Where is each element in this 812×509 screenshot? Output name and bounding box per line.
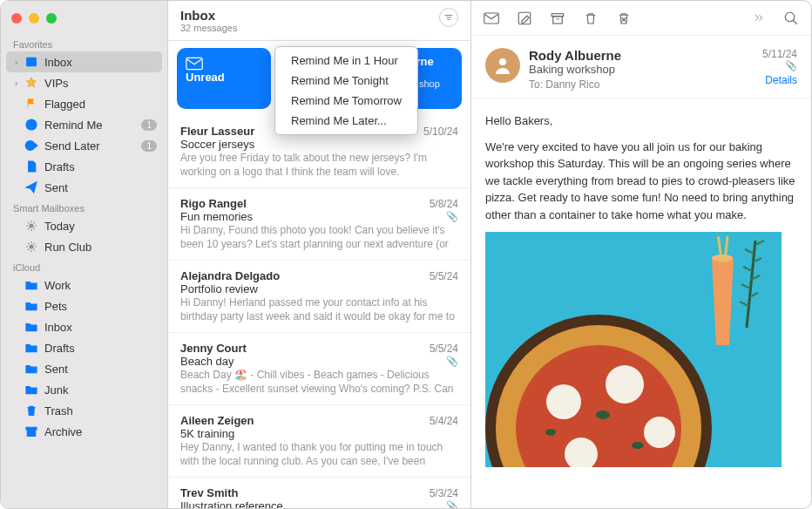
message-preview: Are you free Friday to talk about the ne… [180, 151, 458, 179]
sidebar-item-label: Inbox [44, 321, 157, 334]
sidebar-item-inbox[interactable]: ›Inbox [6, 51, 162, 72]
sidebar-item-label: Archive [44, 425, 157, 438]
disclosure-chevron[interactable]: › [15, 58, 24, 67]
sidebar-item-inbox[interactable]: Inbox [6, 316, 162, 337]
sidebar-item-today[interactable]: Today [6, 215, 162, 236]
sidebar-item-sent[interactable]: Sent [6, 177, 162, 198]
sidebar-item-drafts[interactable]: Drafts [6, 156, 162, 177]
unread-badge: 1 [141, 140, 157, 152]
gear-icon [24, 219, 39, 233]
sender-avatar[interactable] [485, 48, 520, 83]
svg-point-3 [30, 245, 33, 248]
filter-button[interactable] [439, 8, 458, 27]
archive-button[interactable] [548, 9, 567, 28]
message-date: 5/11/24 [762, 48, 797, 60]
sidebar-item-send-later[interactable]: Send Later1 [6, 135, 162, 156]
sidebar-item-pets[interactable]: Pets [6, 295, 162, 316]
svg-rect-12 [553, 16, 563, 23]
folder-icon [24, 362, 39, 376]
folder-icon [24, 299, 39, 313]
attachment-image[interactable] [485, 232, 797, 470]
message-row[interactable]: Jenny Court5/5/24Beach day📎Beach Day 🏖️ … [168, 333, 470, 405]
message-from: Alejandra Delgado [180, 269, 430, 282]
svg-point-39 [632, 442, 644, 449]
minimize-window-button[interactable] [29, 13, 39, 24]
message-list[interactable]: Fleur Lasseur5/10/24Soccer jerseysAre yo… [168, 116, 470, 508]
recipient-row: To: Danny Rico [529, 78, 754, 91]
body-text: We're very excited to have you all join … [485, 139, 797, 224]
disclosure-chevron[interactable]: › [15, 78, 24, 88]
sidebar-item-label: Drafts [44, 342, 157, 355]
search-button[interactable] [782, 9, 801, 28]
message-date: 5/5/24 [430, 270, 458, 282]
message-body[interactable]: Hello Bakers, We're very excited to have… [471, 98, 811, 508]
inbox-icon [24, 55, 39, 69]
paperplane-icon [24, 180, 39, 194]
details-link[interactable]: Details [762, 74, 797, 86]
sidebar-item-vips[interactable]: ›VIPs [6, 72, 162, 93]
folder-icon [24, 383, 39, 397]
clock-send-icon [24, 139, 39, 153]
svg-point-35 [606, 365, 644, 404]
message-date: 5/5/24 [430, 343, 458, 355]
sidebar: Favorites›Inbox›VIPsFlaggedRemind Me1Sen… [1, 1, 168, 508]
context-menu-item[interactable]: Remind Me Later... [275, 111, 417, 131]
message-row[interactable]: Alejandra Delgado5/5/24Portfolio reviewH… [168, 261, 470, 333]
context-menu-item[interactable]: Remind Me in 1 Hour [275, 51, 417, 71]
star-icon [24, 76, 39, 90]
smart-card-unread[interactable]: Unread [177, 48, 271, 109]
sidebar-item-run-club[interactable]: Run Club [6, 236, 162, 257]
zoom-window-button[interactable] [46, 13, 57, 24]
sidebar-item-label: Send Later [44, 139, 141, 153]
list-header: Inbox 32 messages [168, 1, 470, 41]
sidebar-item-label: Flagged [44, 98, 157, 111]
sidebar-item-junk[interactable]: Junk [6, 379, 162, 400]
sidebar-section-title[interactable]: iCloud [1, 257, 167, 275]
sidebar-item-drafts[interactable]: Drafts [6, 337, 162, 358]
close-window-button[interactable] [11, 13, 22, 24]
more-actions-button[interactable] [748, 9, 768, 28]
folder-icon [24, 320, 39, 334]
message-from: Trev Smith [180, 486, 430, 499]
sidebar-item-archive[interactable]: Archive [6, 421, 162, 442]
attachment-icon: 📎 [762, 60, 797, 71]
mark-unread-button[interactable] [482, 9, 501, 28]
message-from: Aileen Zeigen [180, 414, 430, 427]
mail-window: Favorites›Inbox›VIPsFlaggedRemind Me1Sen… [0, 0, 812, 509]
junk-button[interactable] [614, 9, 633, 28]
reading-pane: Rody Albuerne Baking workshop To: Danny … [471, 1, 811, 508]
sidebar-item-sent[interactable]: Sent [6, 358, 162, 379]
svg-point-18 [499, 58, 506, 65]
sidebar-item-label: Inbox [44, 56, 157, 69]
message-subject: Fun memories [180, 210, 446, 223]
sidebar-section-title[interactable]: Smart Mailboxes [1, 198, 167, 215]
doc-icon [24, 159, 39, 173]
sidebar-item-label: VIPs [44, 77, 157, 90]
message-row[interactable]: Aileen Zeigen5/4/245K trainingHey Danny,… [168, 405, 470, 478]
svg-point-36 [644, 417, 675, 448]
message-preview: Hey Danny, I wanted to thank you for put… [180, 440, 458, 468]
message-row[interactable]: Trev Smith5/3/24Illustration reference📎H… [168, 478, 470, 508]
message-date: 5/8/24 [430, 198, 458, 210]
sidebar-item-trash[interactable]: Trash [6, 400, 162, 421]
sidebar-section-title[interactable]: Favorites [1, 34, 167, 51]
message-from: Jenny Court [180, 342, 430, 355]
context-menu-item[interactable]: Remind Me Tomorrow [275, 91, 417, 111]
smart-cards-row: Unread Rem Rody Albuerne shop We're very… [168, 41, 470, 116]
clock-icon [24, 118, 39, 132]
context-menu-item[interactable]: Remind Me Tonight [275, 71, 417, 91]
sidebar-item-label: Pets [44, 300, 157, 313]
sidebar-item-work[interactable]: Work [6, 275, 162, 295]
delete-button[interactable] [581, 9, 600, 28]
svg-point-2 [30, 224, 33, 227]
compose-button[interactable] [515, 9, 534, 28]
svg-point-40 [545, 429, 556, 436]
message-row[interactable]: Rigo Rangel5/8/24Fun memories📎Hi Danny, … [168, 188, 470, 261]
sidebar-item-remind-me[interactable]: Remind Me1 [6, 114, 162, 135]
svg-rect-7 [186, 58, 202, 69]
message-date: 5/4/24 [430, 415, 458, 427]
message-subject: Soccer jerseys [180, 138, 458, 151]
svg-point-16 [785, 12, 795, 22]
sidebar-item-flagged[interactable]: Flagged [6, 93, 162, 114]
attachment-icon: 📎 [446, 500, 458, 508]
